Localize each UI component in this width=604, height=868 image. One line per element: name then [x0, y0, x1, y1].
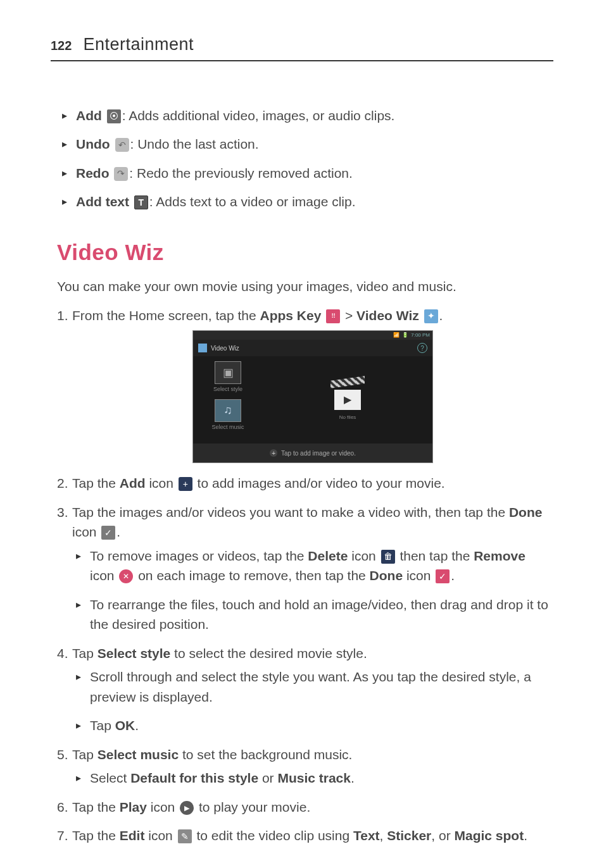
clapperboard-icon [330, 376, 365, 388]
done-icon-2: ✓ [436, 569, 450, 583]
step3-sublist: To remove images or videos, tap the Dele… [72, 546, 553, 635]
text: icon [72, 524, 100, 539]
bullet-add-text: Add text T: Adds text to a video or imag… [76, 192, 553, 212]
delete-label: Delete [308, 549, 348, 563]
step-num: 2. [57, 473, 68, 493]
remove-icon: ✕ [119, 569, 133, 583]
step3-sub2: To rearrange the files, touch and hold a… [90, 595, 553, 635]
text: . [451, 568, 455, 583]
status-time: 7:00 PM [411, 332, 430, 339]
text: icon [90, 568, 118, 583]
delete-icon: 🗑 [381, 550, 395, 564]
music-track-label: Music track [277, 771, 351, 785]
page-header: 122 Entertainment [51, 32, 553, 61]
step-num: 1. [57, 306, 68, 326]
text: Tap the [72, 800, 120, 814]
heading-video-wiz: Video Wiz [57, 236, 553, 270]
title-bar: Video Wiz ? [193, 340, 432, 356]
text: icon [146, 476, 177, 490]
select-style-label: Select style [98, 646, 171, 660]
text: Tap [90, 718, 115, 733]
step-num: 4. [57, 643, 68, 664]
sticker-label: Sticker [387, 828, 431, 843]
text: , [380, 828, 387, 843]
text: icon [144, 828, 176, 843]
left-panel: ▣ Select style ♫ Select music [193, 356, 263, 443]
done-label: Done [509, 505, 543, 519]
label: Add [76, 108, 102, 123]
step-3: 3. Tap the images and/or videos you want… [57, 502, 553, 635]
apps-key-label: Apps Key [260, 308, 321, 323]
screenshot-body: ▣ Select style ♫ Select music ▶ No files [193, 356, 432, 443]
text: Tap the [72, 828, 120, 843]
text-label: Text [353, 828, 380, 843]
desc: : Adds additional video, images, or audi… [122, 108, 395, 123]
select-style-label: Select style [213, 385, 242, 394]
intro-text: You can make your own movie using your i… [57, 276, 553, 297]
text: to select the desired movie style. [170, 646, 367, 660]
status-bar: 📶 🔋 7:00 PM [193, 331, 432, 340]
step5-sublist: Select Default for this style or Music t… [72, 768, 553, 788]
remove-label: Remove [474, 549, 525, 563]
text: . [524, 828, 527, 843]
step-5: 5. Tap Select music to set the backgroun… [57, 745, 553, 788]
edit-label: Edit [120, 828, 145, 843]
preview-panel: ▶ No files [263, 356, 432, 443]
text: To remove images or videos, tap the [90, 549, 308, 563]
select-music-tile[interactable]: ♫ [215, 399, 241, 422]
label: Undo [76, 137, 110, 151]
text: From the Home screen, tap the [72, 308, 260, 323]
step-num: 7. [57, 826, 68, 846]
done-label-2: Done [370, 568, 403, 583]
step-num: 6. [57, 797, 68, 817]
bullet-add: Add ⦿: Adds additional video, images, or… [76, 106, 553, 126]
footer-text: Tap to add image or video. [281, 449, 356, 458]
step5-sub1: Select Default for this style or Music t… [90, 768, 553, 788]
desc: : Redo the previously removed action. [129, 166, 353, 180]
done-icon: ✓ [101, 526, 115, 540]
undo-icon: ↶ [115, 138, 129, 152]
step-1: 1. From the Home screen, tap the Apps Ke… [57, 306, 553, 464]
text: . [135, 718, 139, 733]
step-num: 5. [57, 745, 68, 765]
step-2: 2. Tap the Add icon + to add images and/… [57, 473, 553, 493]
select-style-tile[interactable]: ▣ [215, 361, 241, 384]
text: . [351, 771, 355, 785]
video-wiz-app-icon [198, 344, 207, 352]
apps-key-icon: ⠿ [326, 309, 340, 323]
text: icon [147, 800, 179, 814]
bullet-undo: Undo ↶: Undo the last action. [76, 134, 553, 154]
desc: : Undo the last action. [130, 137, 259, 151]
step3-sub1: To remove images or videos, tap the Dele… [90, 546, 553, 586]
magic-spot-label: Magic spot [454, 828, 524, 843]
app-title: Video Wiz [211, 344, 239, 353]
ok-label: OK [115, 718, 135, 733]
add-clip-icon: ⦿ [107, 109, 121, 123]
screenshot-footer[interactable]: + Tap to add image or video. [193, 443, 432, 462]
select-music-label: Select music [98, 747, 179, 762]
help-icon[interactable]: ? [417, 343, 427, 353]
end: . [439, 308, 443, 323]
video-wiz-icon: ✦ [424, 309, 438, 323]
text: icon [403, 568, 434, 583]
text: or [258, 771, 277, 785]
text: Select [90, 771, 130, 785]
text: on each image to remove, then tap the [134, 568, 369, 583]
label: Redo [76, 166, 110, 180]
app-screenshot: 📶 🔋 7:00 PM Video Wiz ? ▣ Select style [192, 330, 433, 463]
play-preview-icon[interactable]: ▶ [334, 390, 361, 410]
step4-sub1: Scroll through and select the style you … [90, 667, 553, 707]
label: Add text [76, 194, 129, 209]
bullet-redo: Redo ↷: Redo the previously removed acti… [76, 163, 553, 183]
video-wiz-label: Video Wiz [356, 308, 419, 323]
add-icon: + [270, 449, 277, 457]
step4-sub2: Tap OK. [90, 716, 553, 736]
text: then tap the [396, 549, 474, 563]
battery-icon: 🔋 [402, 332, 408, 339]
text: . [116, 524, 120, 539]
select-music-label: Select music [211, 423, 244, 432]
step-num: 3. [57, 502, 68, 523]
redo-icon: ↷ [114, 167, 128, 181]
desc: : Adds text to a video or image clip. [149, 194, 356, 209]
feature-bullets: Add ⦿: Adds additional video, images, or… [57, 106, 553, 212]
